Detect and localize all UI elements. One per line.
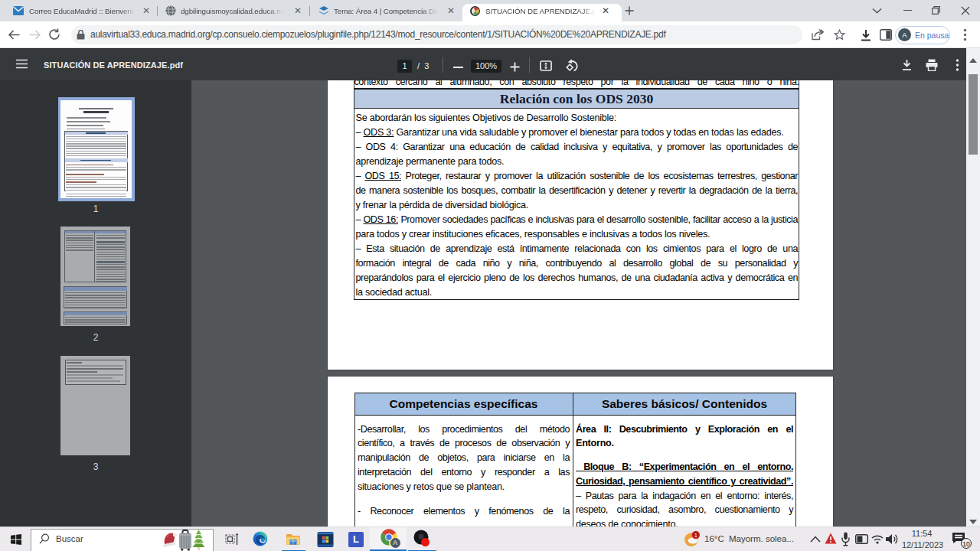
svg-text:1: 1 (694, 532, 697, 539)
